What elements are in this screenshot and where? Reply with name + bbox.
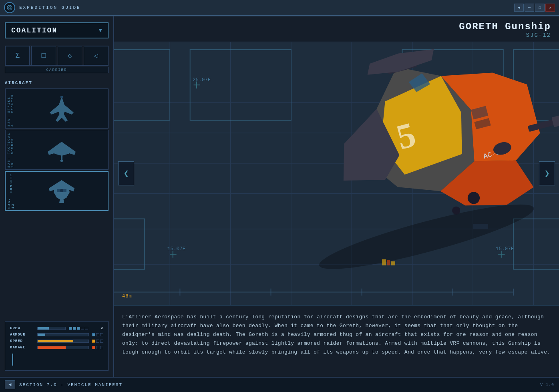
stat-bar-speed <box>37 340 89 343</box>
nav-left-icon: ❮ <box>123 168 129 179</box>
nav-right-icon: ❯ <box>544 168 549 179</box>
damage-pip-1 <box>92 346 95 349</box>
bottom-nav-btn[interactable]: ◄ <box>5 380 15 389</box>
svg-point-14 <box>60 189 63 192</box>
aircraft-image-0 <box>15 89 108 128</box>
stat-bar-crew <box>37 327 66 330</box>
close-btn[interactable]: ✕ <box>545 4 555 12</box>
speed-pips <box>92 340 103 343</box>
stat-bar-fill-speed <box>38 340 73 342</box>
title-bar: EXPEDITION GUIDE ◄ ─ ❐ ✕ <box>0 0 559 16</box>
minimize-btn[interactable]: ─ <box>525 4 534 12</box>
carrier-icon-1[interactable]: □ <box>31 46 56 65</box>
svg-marker-12 <box>59 198 64 203</box>
svg-marker-9 <box>60 160 63 162</box>
svg-text:25.07E: 25.07E <box>193 77 211 83</box>
carrier-icon-2[interactable]: ◇ <box>58 46 82 65</box>
tactical-grid-svg: 25.07E 25.07E 15.07E 15.07E <box>114 42 559 305</box>
stat-row-speed: SPEED <box>10 339 103 343</box>
aircraft-item-gunship[interactable]: SJG-12 GUNSHIP <box>5 171 109 211</box>
damage-pip-3 <box>100 346 103 349</box>
svg-text:15.07E: 15.07E <box>167 246 185 252</box>
carrier-icon-0[interactable]: Σ <box>5 46 30 65</box>
title-bar-left: EXPEDITION GUIDE <box>4 2 81 13</box>
app-icon <box>4 2 15 13</box>
ship-info-right: GORETH Gunship SJG-12 <box>459 21 551 38</box>
armour-pip-3 <box>100 333 103 336</box>
armour-pip-2 <box>96 333 99 336</box>
svg-point-0 <box>7 5 12 10</box>
svg-marker-8 <box>61 155 62 161</box>
stat-label-damage: DAMAGE <box>10 346 34 350</box>
bottom-nav-icon: ◄ <box>8 382 11 388</box>
bottom-bar-left: ◄ SECTION 7.0 - VEHICLE MANIFEST <box>5 380 123 389</box>
stat-row-armour: ARMOUR <box>10 333 103 337</box>
content-area: GORETH Gunship SJG-12 ❮ ❯ <box>114 16 559 377</box>
armour-pip-1 <box>92 333 95 336</box>
aircraft-section-label: AIRCRAFT <box>5 80 109 85</box>
faction-arrow-icon: ▼ <box>99 27 102 34</box>
speed-pip-1 <box>92 340 95 343</box>
svg-rect-5 <box>60 96 63 98</box>
crew-pips <box>69 327 88 330</box>
stat-label-speed: SPEED <box>10 339 34 343</box>
svg-marker-4 <box>56 111 68 122</box>
faction-name: COALITION <box>11 26 57 34</box>
stats-section: CREW 3 ARMOUR <box>5 321 109 371</box>
stat-label-crew: CREW <box>10 326 34 330</box>
pip-2 <box>73 327 76 330</box>
content-header: GORETH Gunship SJG-12 <box>114 16 559 42</box>
aircraft-item-tactical-bomber[interactable]: SJB-18 TACTICAL BOMBER <box>5 130 109 170</box>
svg-rect-71 <box>382 259 386 265</box>
pip-5 <box>85 327 88 330</box>
aircraft-image-1 <box>15 130 108 169</box>
speed-pip-3 <box>100 340 103 343</box>
carrier-section: Σ □ ◇ ◁ CARRIER <box>5 46 109 73</box>
svg-rect-72 <box>387 260 390 265</box>
stat-bar-fill-armour <box>38 334 45 336</box>
sidebar: COALITION ▼ Σ □ ◇ ◁ CARRIER AIRCRAFT SJA… <box>0 16 114 377</box>
stat-extra-indicator <box>12 354 103 366</box>
aircraft-type-label-2: SJG-12 GUNSHIP <box>6 172 16 210</box>
stat-bar-armour <box>37 333 89 336</box>
section-label: SECTION 7.0 - VEHICLE MANIFEST <box>19 382 123 387</box>
description-area: L'Atiiner Aerospace has built a century-… <box>114 305 559 377</box>
ship-name: GORETH Gunship <box>459 21 551 32</box>
bottom-bar: ◄ SECTION 7.0 - VEHICLE MANIFEST V 1.0 <box>0 377 559 392</box>
aircraft-list: SJA-4 STRIKE FIGHTER <box>5 88 109 317</box>
aircraft-item-strike-fighter[interactable]: SJA-4 STRIKE FIGHTER <box>5 88 109 129</box>
stat-value-crew: 3 <box>91 326 103 330</box>
damage-pips <box>92 346 103 349</box>
prev-btn[interactable]: ◄ <box>514 4 524 12</box>
damage-pip-2 <box>96 346 99 349</box>
version-label: V 1.0 <box>540 383 554 387</box>
svg-text:15.07E: 15.07E <box>496 246 514 252</box>
svg-point-1 <box>8 6 11 9</box>
stat-bar-damage <box>37 346 89 349</box>
app-title: EXPEDITION GUIDE <box>19 5 81 10</box>
armour-pips <box>92 333 103 336</box>
ship-id: SJG-12 <box>459 32 551 38</box>
stat-bar-fill-damage <box>38 346 66 349</box>
carrier-icons-row: Σ □ ◇ ◁ <box>5 46 109 66</box>
stat-row-crew: CREW 3 <box>10 326 103 330</box>
aircraft-image-2 <box>16 172 108 210</box>
pip-1 <box>69 327 72 330</box>
aircraft-type-label-0: SJA-4 STRIKE FIGHTER <box>5 89 15 128</box>
faction-dropdown[interactable]: COALITION ▼ <box>5 22 109 38</box>
stat-row-damage: DAMAGE <box>10 346 103 350</box>
stat-label-armour: ARMOUR <box>10 333 34 337</box>
aircraft-type-label-1: SJB-18 TACTICAL BOMBER <box>5 130 15 169</box>
svg-rect-73 <box>391 261 395 265</box>
nav-right-btn[interactable]: ❯ <box>539 161 555 185</box>
stat-bar-fill-crew <box>38 327 49 330</box>
viewport-area: ❮ ❯ <box>114 42 559 305</box>
speed-pip-2 <box>96 340 99 343</box>
nav-left-btn[interactable]: ❮ <box>118 161 134 185</box>
window-controls: ◄ ─ ❐ ✕ <box>514 4 555 12</box>
description-text: L'Atiiner Aerospace has built a century-… <box>122 313 551 357</box>
range-label: 46m <box>122 293 132 299</box>
main-layout: COALITION ▼ Σ □ ◇ ◁ CARRIER AIRCRAFT SJA… <box>0 16 559 377</box>
maximize-btn[interactable]: ❐ <box>535 4 545 12</box>
carrier-icon-3[interactable]: ◁ <box>84 46 108 65</box>
